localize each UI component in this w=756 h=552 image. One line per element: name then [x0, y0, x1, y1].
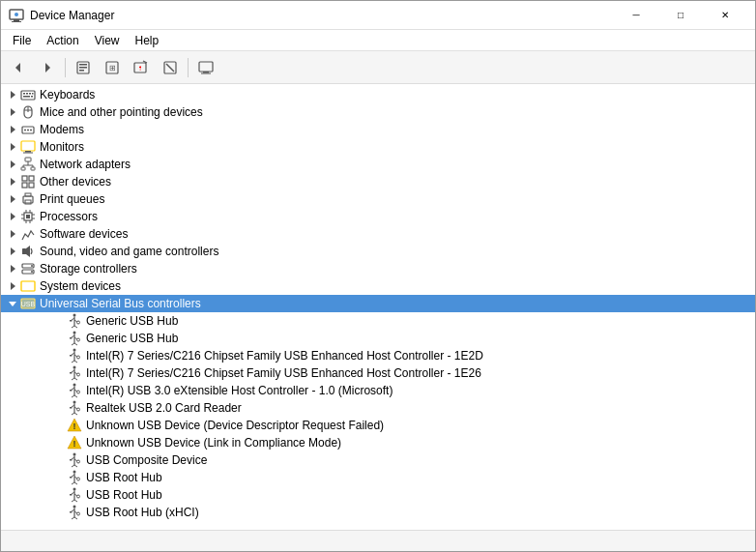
tree-category-other[interactable]: Other devices [1, 173, 755, 190]
svg-line-98 [72, 343, 74, 345]
properties-button[interactable] [70, 55, 97, 80]
expand-icon[interactable] [5, 278, 20, 294]
menu-action[interactable]: Action [39, 32, 86, 49]
svg-text:!: ! [73, 439, 76, 449]
svg-marker-41 [11, 160, 15, 168]
tree-category-sound[interactable]: Sound, video and game controllers [1, 243, 755, 260]
device-icon-usb12 [67, 505, 82, 520]
tree-device-usb10[interactable]: USB Root Hub [1, 469, 755, 486]
svg-point-84 [73, 314, 76, 317]
tree-category-monitors[interactable]: Monitors [1, 138, 755, 156]
tree-device-usb9[interactable]: USB Composite Device [1, 451, 755, 469]
device-label-monitors: Monitors [40, 140, 84, 154]
svg-point-3 [15, 13, 18, 16]
menu-bar: File Action View Help [1, 30, 755, 51]
device-icon-usb1 [67, 313, 82, 329]
expand-icon[interactable] [5, 139, 20, 155]
tree-category-software[interactable]: Software devices [1, 225, 755, 243]
svg-rect-2 [12, 21, 21, 22]
svg-marker-69 [11, 230, 15, 238]
close-button[interactable]: ✕ [703, 1, 747, 30]
tree-device-usb6[interactable]: Realtek USB 2.0 Card Reader [1, 399, 755, 417]
tree-device-usb1[interactable]: Generic USB Hub [1, 312, 755, 330]
device-label-mice: Mice and other pointing devices [40, 105, 203, 119]
expand-icon[interactable] [5, 174, 20, 189]
expand-icon[interactable] [5, 87, 20, 102]
svg-marker-37 [11, 143, 15, 151]
tree-device-usb11[interactable]: USB Root Hub [1, 486, 755, 504]
svg-rect-51 [29, 176, 34, 181]
expand-icon[interactable] [5, 122, 20, 137]
tree-device-usb4[interactable]: Intel(R) 7 Series/C216 Chipset Family US… [1, 364, 755, 382]
tree-category-keyboards[interactable]: Keyboards [1, 86, 755, 103]
svg-marker-54 [11, 195, 15, 203]
tree-device-usb7[interactable]: !Unknown USB Device (Device Descriptor R… [1, 417, 755, 434]
expand-icon[interactable] [5, 296, 20, 311]
tree-device-usb5[interactable]: Intel(R) USB 3.0 eXtensible Host Control… [1, 382, 755, 399]
minimize-button[interactable]: ─ [614, 1, 658, 30]
display-button[interactable] [192, 55, 219, 80]
device-label-usb8: Unknown USB Device (Link in Compliance M… [86, 436, 341, 450]
svg-marker-72 [11, 265, 15, 273]
disable-button[interactable] [157, 55, 184, 80]
tree-category-print[interactable]: Print queues [1, 190, 755, 208]
maximize-button[interactable]: □ [658, 1, 703, 30]
device-icon-processors [20, 209, 36, 224]
back-button[interactable] [5, 55, 32, 80]
svg-line-115 [74, 378, 77, 380]
forward-button[interactable] [34, 55, 61, 80]
device-label-usb3: Intel(R) 7 Series/C216 Chipset Family US… [86, 349, 483, 363]
tree-category-network[interactable]: Network adapters [1, 156, 755, 173]
device-label-usb1: Generic USB Hub [86, 314, 178, 328]
tree-category-usb[interactable]: USBUniversal Serial Bus controllers [1, 295, 755, 312]
svg-line-114 [72, 378, 74, 380]
svg-point-108 [73, 366, 76, 369]
svg-rect-14 [139, 67, 141, 68]
device-label-processors: Processors [40, 210, 98, 223]
svg-rect-53 [29, 183, 34, 188]
device-label-storage: Storage controllers [40, 262, 137, 276]
tree-device-usb3[interactable]: Intel(R) 7 Series/C216 Chipset Family US… [1, 347, 755, 364]
svg-rect-148 [70, 477, 73, 479]
expand-icon[interactable] [5, 191, 20, 207]
device-icon-mice [20, 104, 36, 120]
svg-line-166 [72, 517, 74, 519]
svg-rect-39 [25, 151, 31, 153]
expand-icon[interactable] [5, 226, 20, 242]
app-icon [9, 8, 24, 23]
menu-view[interactable]: View [87, 32, 128, 49]
expand-icon[interactable] [5, 209, 20, 224]
tree-device-usb2[interactable]: Generic USB Hub [1, 330, 755, 347]
tree-category-storage[interactable]: Storage controllers [1, 260, 755, 277]
tree-category-processors[interactable]: Processors [1, 208, 755, 225]
svg-point-92 [73, 332, 76, 334]
svg-point-152 [73, 488, 76, 491]
svg-marker-5 [45, 63, 50, 73]
svg-rect-25 [32, 93, 34, 95]
device-tree[interactable]: KeyboardsMice and other pointing devices… [1, 84, 755, 530]
menu-file[interactable]: File [5, 32, 39, 49]
svg-line-142 [72, 465, 74, 467]
svg-marker-20 [11, 91, 15, 99]
svg-point-113 [77, 373, 80, 376]
expand-icon[interactable] [5, 157, 20, 172]
expand-icon[interactable] [5, 104, 20, 120]
svg-rect-50 [22, 176, 27, 181]
device-icon-usb10 [67, 470, 82, 485]
menu-help[interactable]: Help [128, 32, 167, 49]
expand-icon[interactable] [5, 261, 20, 276]
tree-device-usb8[interactable]: !Unknown USB Device (Link in Compliance … [1, 434, 755, 451]
tree-device-usb12[interactable]: USB Root Hub (xHCI) [1, 504, 755, 521]
svg-rect-24 [29, 93, 31, 95]
svg-point-116 [73, 384, 76, 387]
tree-category-modems[interactable]: Modems [1, 121, 755, 138]
title-bar: Device Manager ─ □ ✕ [1, 1, 755, 30]
expand-icon[interactable] [5, 244, 20, 259]
tree-category-system[interactable]: System devices [1, 277, 755, 295]
svg-line-131 [74, 413, 77, 415]
tree-category-mice[interactable]: Mice and other pointing devices [1, 103, 755, 121]
device-icon-usb11 [67, 487, 82, 503]
scan-button[interactable]: ! [128, 55, 155, 80]
update-driver-button[interactable]: ⊞ [99, 55, 126, 80]
svg-rect-19 [201, 73, 211, 73]
